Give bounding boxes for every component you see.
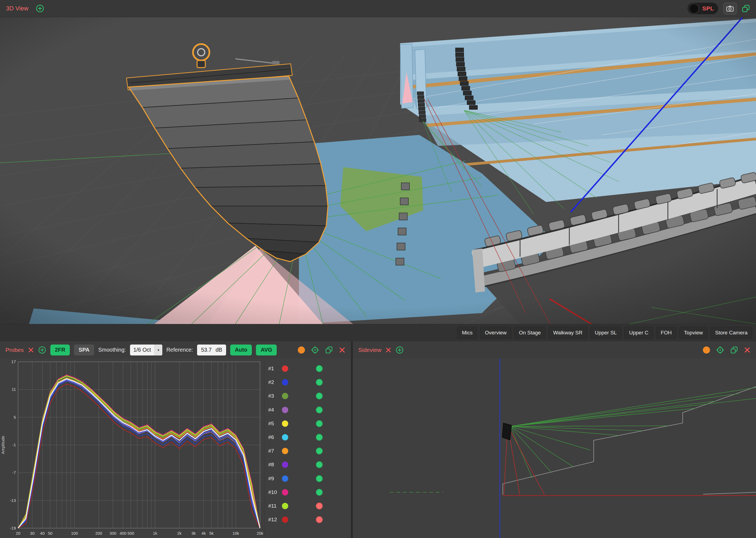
- camera-preset-foh[interactable]: FOH: [656, 327, 676, 339]
- orange-status-icon[interactable]: [703, 347, 710, 353]
- frequency-response-chart[interactable]: 17115-1-7-13-19203040501002003004005001k…: [0, 358, 264, 538]
- sideview-panel: Sideview: [353, 341, 756, 538]
- legend-row-3[interactable]: #3: [264, 389, 351, 403]
- probe-id-label: #5: [268, 421, 274, 427]
- camera-preset-upper-sl[interactable]: Upper SL: [590, 327, 621, 339]
- probe-id-label: #1: [268, 366, 274, 372]
- probe-color-dot[interactable]: [282, 517, 288, 523]
- camera-preset-overview[interactable]: Overview: [480, 327, 511, 339]
- tab-spa[interactable]: SPA: [74, 345, 94, 355]
- probe-curve-2: [18, 381, 260, 528]
- focus-icon[interactable]: [311, 346, 319, 354]
- add-probe-icon[interactable]: [38, 346, 46, 354]
- vignette: [0, 17, 756, 324]
- probe-id-label: #2: [268, 379, 274, 385]
- sideview-scene[interactable]: [353, 358, 756, 538]
- probe-color-dot[interactable]: [282, 489, 288, 495]
- spl-toggle-label: SPL: [702, 5, 714, 12]
- probe-curve-9: [18, 380, 260, 528]
- reference-field[interactable]: 53.7 dB: [197, 345, 226, 355]
- reference-label: Reference:: [166, 347, 193, 353]
- probe-color-dot[interactable]: [282, 475, 288, 482]
- screenshot-button[interactable]: [723, 2, 737, 15]
- probe-curve-10: [18, 375, 260, 528]
- svg-text:-19: -19: [10, 526, 16, 530]
- close-icon[interactable]: [28, 347, 34, 353]
- probe-status-toggle[interactable]: [316, 434, 323, 441]
- probe-status-toggle[interactable]: [316, 461, 323, 468]
- avg-button[interactable]: AVG: [256, 345, 277, 355]
- probe-status-toggle[interactable]: [316, 379, 323, 386]
- legend-row-6[interactable]: #6: [264, 430, 351, 444]
- tab-2fr[interactable]: 2FR: [50, 345, 70, 355]
- probe-curve-1: [18, 378, 260, 528]
- probe-color-dot[interactable]: [282, 420, 288, 427]
- probe-status-toggle[interactable]: [316, 516, 323, 523]
- reference-unit: dB: [215, 347, 222, 353]
- camera-preset-store-camera[interactable]: Store Camera: [711, 327, 752, 339]
- legend-row-4[interactable]: #4: [264, 403, 351, 417]
- legend-row-10[interactable]: #10: [264, 485, 351, 499]
- camera-preset-upper-c[interactable]: Upper C: [624, 327, 653, 339]
- view-tab-3d-view[interactable]: 3D View: [6, 5, 28, 12]
- probe-curve-12: [18, 384, 260, 528]
- probe-color-dot[interactable]: [282, 406, 288, 413]
- orange-status-icon[interactable]: [298, 347, 305, 353]
- legend-row-5[interactable]: #5: [264, 417, 351, 430]
- duplicate-icon[interactable]: [730, 346, 738, 354]
- legend-row-11[interactable]: #11: [264, 499, 351, 513]
- camera-preset-topview[interactable]: Topview: [679, 327, 708, 339]
- probe-color-dot[interactable]: [282, 503, 288, 509]
- probe-color-dot[interactable]: [282, 366, 288, 372]
- legend-row-12[interactable]: #12: [264, 513, 351, 526]
- probe-status-toggle[interactable]: [316, 489, 323, 496]
- duplicate-icon[interactable]: [325, 346, 333, 354]
- probe-status-toggle[interactable]: [316, 393, 323, 400]
- spl-toggle[interactable]: SPL: [687, 3, 718, 14]
- probe-id-label: #9: [268, 476, 274, 482]
- probe-id-label: #7: [268, 448, 274, 454]
- legend-row-8[interactable]: #8: [264, 458, 351, 471]
- sideview-background: [353, 358, 756, 538]
- bottom-panels: Probes 2FR SPA Smoothing: 1/6 Oct ▾ Refe…: [0, 341, 756, 538]
- svg-text:40: 40: [40, 531, 45, 536]
- legend-row-2[interactable]: #2: [264, 375, 351, 389]
- spl-toggle-knob[interactable]: [689, 4, 699, 14]
- legend-row-7[interactable]: #7: [264, 444, 351, 458]
- add-sideview-icon[interactable]: [396, 346, 404, 354]
- close-panel-icon[interactable]: [339, 347, 346, 353]
- probe-status-toggle[interactable]: [316, 475, 323, 482]
- camera-preset-bar: MicsOverviewOn StageWalkway SRUpper SLUp…: [0, 324, 756, 341]
- close-icon[interactable]: [385, 347, 391, 353]
- camera-preset-mics[interactable]: Mics: [457, 327, 477, 339]
- legend-row-1[interactable]: #1: [264, 362, 351, 375]
- 3d-viewport[interactable]: [0, 17, 756, 324]
- sideview-array[interactable]: [502, 423, 512, 440]
- probe-color-dot[interactable]: [282, 462, 288, 468]
- smoothing-label: Smoothing:: [98, 347, 126, 353]
- legend-row-9[interactable]: #9: [264, 472, 351, 485]
- auto-button[interactable]: Auto: [230, 345, 252, 355]
- svg-text:5k: 5k: [209, 531, 214, 536]
- focus-icon[interactable]: [716, 346, 724, 354]
- panel-divider[interactable]: [351, 341, 353, 538]
- camera-preset-walkway-sr[interactable]: Walkway SR: [549, 327, 587, 339]
- 3d-scene[interactable]: [0, 17, 756, 324]
- camera-preset-on-stage[interactable]: On Stage: [514, 327, 546, 339]
- probe-color-dot[interactable]: [282, 379, 288, 386]
- smoothing-dropdown[interactable]: 1/6 Oct ▾: [130, 345, 162, 355]
- probe-status-toggle[interactable]: [316, 503, 323, 510]
- add-view-icon[interactable]: [35, 4, 44, 13]
- probe-id-label: #11: [268, 503, 276, 509]
- duplicate-view-icon[interactable]: [742, 4, 750, 13]
- probe-color-dot[interactable]: [282, 448, 288, 454]
- probes-panel-title: Probes: [6, 347, 24, 353]
- probe-status-toggle[interactable]: [316, 448, 323, 455]
- probe-color-dot[interactable]: [282, 393, 288, 399]
- probe-color-dot[interactable]: [282, 434, 288, 441]
- close-panel-icon[interactable]: [744, 347, 750, 353]
- probe-status-toggle[interactable]: [316, 406, 323, 413]
- probe-status-toggle[interactable]: [316, 365, 323, 372]
- probes-legend: #1#2#3#4#5#6#7#8#9#10#11#12: [264, 358, 351, 538]
- probe-status-toggle[interactable]: [316, 420, 323, 427]
